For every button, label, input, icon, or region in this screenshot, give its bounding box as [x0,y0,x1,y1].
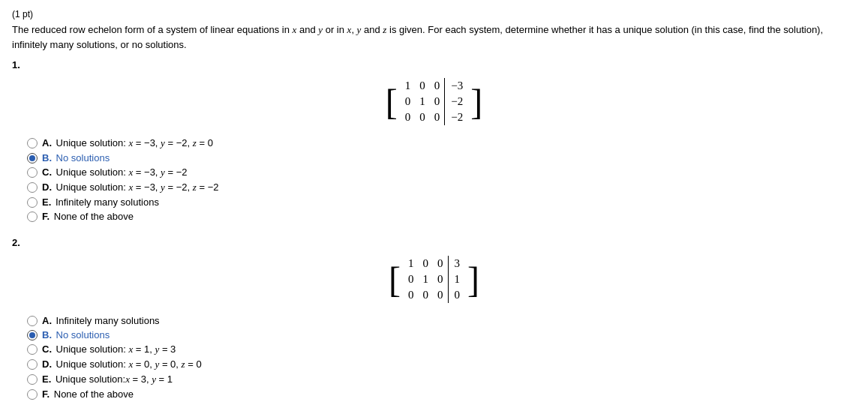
matrix-cell: 0 [419,256,434,272]
matrix-cell: 0 [404,287,419,303]
radio-1-F[interactable] [27,212,38,222]
problem-2: 2. [ 1 0 0 3 0 1 0 1 [12,237,856,400]
option-label-2-A: A. Infinitely many solutions [42,315,160,326]
options-list-2: A. Infinitely many solutions B. No solut… [27,315,856,400]
option-label-2-F: F. None of the above [42,388,134,400]
matrix-cell: 1 [415,94,430,110]
matrix-cell: −2 [445,110,467,125]
option-1-A[interactable]: A. Unique solution: x = −3, y = −2, z = … [27,137,856,149]
option-label-1-B: B. No solutions [42,152,110,164]
option-label-2-E: E. Unique solution:x = 3, y = 1 [42,374,173,386]
matrix-cell: 0 [404,272,419,287]
option-1-F[interactable]: F. None of the above [27,211,856,222]
matrix-cell: 0 [433,256,448,272]
problem-description: The reduced row echelon form of a system… [12,22,837,52]
radio-2-E[interactable] [27,374,38,385]
header-note: (1 pt) [12,9,856,20]
option-1-C[interactable]: C. Unique solution: x = −3, y = −2 [27,166,856,178]
matrix-cell: −3 [445,78,467,94]
matrix-2-wrapper: [ 1 0 0 3 0 1 0 1 0 [389,256,479,303]
bracket-right-1: ] [470,84,482,120]
option-label-1-E: E. Infinitely many solutions [42,196,159,208]
matrix-row: 0 0 0 −2 [401,110,467,125]
matrix-cell: 0 [433,272,448,287]
option-1-D[interactable]: D. Unique solution: x = −3, y = −2, z = … [27,182,856,194]
matrix-cell: 0 [415,110,430,125]
radio-1-A[interactable] [27,138,38,148]
radio-2-B[interactable] [27,330,38,340]
radio-1-B[interactable] [27,153,38,164]
radio-1-D[interactable] [27,182,38,193]
matrix-cell: −2 [445,94,467,110]
option-label-2-B: B. No solutions [42,329,110,340]
options-list-1: A. Unique solution: x = −3, y = −2, z = … [27,137,856,222]
matrix-cell: 0 [401,94,416,110]
option-label-2-C: C. Unique solution: x = 1, y = 3 [42,344,176,356]
option-2-D[interactable]: D. Unique solution: x = 0, y = 0, z = 0 [27,358,856,370]
matrix-cell: 0 [430,110,445,125]
option-2-E[interactable]: E. Unique solution:x = 3, y = 1 [27,374,856,386]
matrix-row: 0 0 0 0 [404,287,464,303]
points-label: (1 pt) [12,9,33,20]
matrix-cell: 1 [404,256,419,272]
option-label-1-A: A. Unique solution: x = −3, y = −2, z = … [42,137,213,149]
radio-1-C[interactable] [27,167,38,178]
option-1-E[interactable]: E. Infinitely many solutions [27,196,856,208]
problem-2-number: 2. [12,237,856,248]
matrix-row: 0 1 0 1 [404,272,464,287]
option-2-B[interactable]: B. No solutions [27,329,856,340]
option-label-1-D: D. Unique solution: x = −3, y = −2, z = … [42,182,218,194]
matrix-cell: 0 [415,78,430,94]
option-label-1-F: F. None of the above [42,211,134,222]
matrix-row: 0 1 0 −2 [401,94,467,110]
option-label-2-D: D. Unique solution: x = 0, y = 0, z = 0 [42,358,202,370]
matrix-cell: 0 [448,287,464,303]
option-1-B[interactable]: B. No solutions [27,152,856,164]
matrix-cell: 0 [433,287,448,303]
radio-2-C[interactable] [27,344,38,355]
matrix-cell: 0 [430,78,445,94]
matrix-2-table: 1 0 0 3 0 1 0 1 0 0 0 0 [404,256,464,303]
radio-2-A[interactable] [27,316,38,326]
problem-1: 1. [ 1 0 0 −3 0 1 0 −2 [12,59,856,222]
matrix-cell: 3 [448,256,464,272]
matrix-cell: 1 [401,78,416,94]
problem-1-number: 1. [12,59,856,70]
radio-1-E[interactable] [27,197,38,208]
bracket-right-2: ] [467,262,479,298]
bracket-left-2: [ [389,262,401,298]
matrix-row: 1 0 0 −3 [401,78,467,94]
matrix-cell: 1 [419,272,434,287]
option-label-1-C: C. Unique solution: x = −3, y = −2 [42,166,188,178]
matrix-1-area: [ 1 0 0 −3 0 1 0 −2 0 [12,78,856,125]
matrix-cell: 0 [430,94,445,110]
matrix-row: 1 0 0 3 [404,256,464,272]
matrix-2-area: [ 1 0 0 3 0 1 0 1 0 [12,256,856,303]
matrix-1-wrapper: [ 1 0 0 −3 0 1 0 −2 0 [386,78,482,125]
matrix-1-table: 1 0 0 −3 0 1 0 −2 0 0 0 [401,78,467,125]
bracket-left-1: [ [386,84,398,120]
option-2-A[interactable]: A. Infinitely many solutions [27,315,856,326]
radio-2-D[interactable] [27,359,38,370]
matrix-cell: 0 [419,287,434,303]
matrix-cell: 1 [448,272,464,287]
matrix-cell: 0 [401,110,416,125]
option-2-C[interactable]: C. Unique solution: x = 1, y = 3 [27,344,856,356]
option-2-F[interactable]: F. None of the above [27,388,856,400]
radio-2-F[interactable] [27,389,38,400]
